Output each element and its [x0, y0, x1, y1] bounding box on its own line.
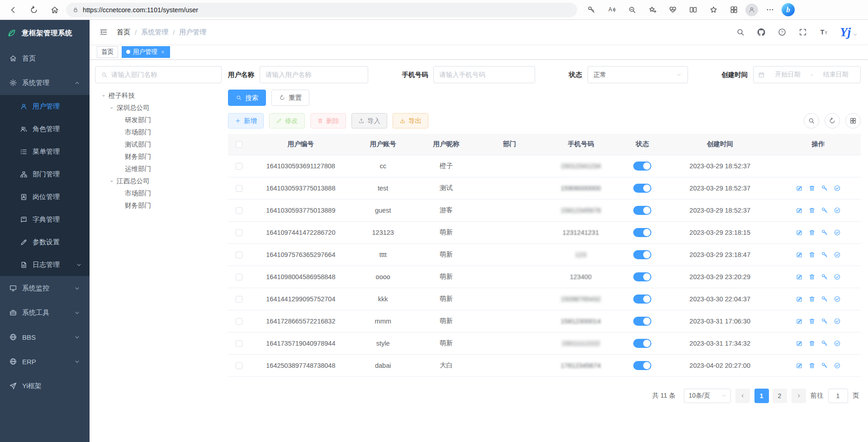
breadcrumb-item[interactable]: 首页: [117, 28, 130, 37]
date-range-picker[interactable]: 开始日期 - 结束日期: [753, 66, 861, 83]
copilot-button[interactable]: b: [782, 3, 795, 16]
row-delete-button[interactable]: [808, 229, 816, 236]
row-assign-role-button[interactable]: [834, 273, 841, 280]
user-menu[interactable]: Yj: [840, 27, 858, 38]
sidebar-item-tools[interactable]: 系统工具: [0, 300, 90, 325]
breadcrumb-item[interactable]: 系统管理: [141, 28, 168, 37]
next-page-button[interactable]: [792, 389, 806, 403]
row-edit-button[interactable]: [796, 229, 803, 236]
fullscreen-button[interactable]: [798, 28, 807, 37]
row-reset-password-button[interactable]: [821, 251, 828, 258]
tree-node[interactable]: 橙子科技: [95, 90, 222, 102]
row-edit-button[interactable]: [796, 318, 803, 325]
row-checkbox[interactable]: [236, 340, 242, 347]
row-delete-button[interactable]: [808, 273, 816, 280]
tag-users[interactable]: 用户管理: [122, 46, 170, 58]
row-reset-password-button[interactable]: [821, 340, 828, 347]
row-reset-password-button[interactable]: [821, 207, 828, 214]
row-checkbox[interactable]: [236, 318, 242, 325]
import-button[interactable]: 导入: [351, 113, 387, 128]
tree-node[interactable]: 市场部门: [95, 187, 222, 200]
tree-node[interactable]: 财务部门: [95, 151, 222, 163]
row-edit-button[interactable]: [796, 362, 803, 369]
row-checkbox[interactable]: [236, 274, 242, 280]
sidebar-item-depts[interactable]: 部门管理: [0, 163, 90, 185]
header-search-button[interactable]: [736, 28, 745, 37]
passwords-button[interactable]: [583, 2, 600, 18]
status-toggle[interactable]: [633, 228, 651, 237]
row-edit-button[interactable]: [796, 251, 803, 258]
goto-page-input[interactable]: [828, 389, 848, 403]
toggle-search-button[interactable]: [804, 113, 819, 128]
row-assign-role-button[interactable]: [834, 362, 841, 369]
add-button[interactable]: 新增: [228, 113, 264, 128]
row-delete-button[interactable]: [808, 185, 816, 192]
sidebar-item-system[interactable]: 系统管理: [0, 71, 90, 95]
refresh-button[interactable]: [25, 2, 43, 18]
status-toggle[interactable]: [633, 317, 651, 326]
column-settings-button[interactable]: [845, 113, 861, 128]
tree-node[interactable]: 江西总公司: [95, 175, 222, 187]
row-reset-password-button[interactable]: [821, 362, 828, 369]
row-assign-role-button[interactable]: [834, 185, 841, 192]
row-delete-button[interactable]: [808, 251, 816, 258]
zoom-button[interactable]: [623, 2, 640, 18]
row-assign-role-button[interactable]: [834, 318, 841, 325]
delete-button[interactable]: 删除: [310, 113, 346, 128]
row-reset-password-button[interactable]: [821, 273, 828, 280]
search-button[interactable]: 搜索: [228, 90, 266, 106]
github-button[interactable]: [757, 28, 766, 37]
tag-home[interactable]: 首页: [97, 46, 118, 58]
status-toggle[interactable]: [633, 162, 651, 171]
sidebar-item-users[interactable]: 用户管理: [0, 95, 90, 118]
home-button[interactable]: [46, 2, 63, 18]
page-button-1[interactable]: 1: [754, 389, 769, 403]
status-select[interactable]: 正常: [588, 66, 688, 83]
select-all-checkbox[interactable]: [236, 141, 242, 148]
row-reset-password-button[interactable]: [821, 295, 828, 303]
refresh-table-button[interactable]: [825, 113, 840, 128]
sidebar-item-bbs[interactable]: BBS: [0, 325, 90, 349]
split-screen-button[interactable]: [684, 2, 702, 18]
tree-node[interactable]: 深圳总公司: [95, 102, 222, 114]
tree-node[interactable]: 测试部门: [95, 138, 222, 151]
status-toggle[interactable]: [633, 339, 651, 348]
arrow-left-button[interactable]: [5, 2, 22, 18]
row-assign-role-button[interactable]: [834, 340, 841, 347]
row-assign-role-button[interactable]: [834, 295, 841, 303]
row-checkbox[interactable]: [236, 163, 242, 170]
row-edit-button[interactable]: [796, 185, 803, 192]
sidebar-item-monitor[interactable]: 系统监控: [0, 276, 90, 300]
row-reset-password-button[interactable]: [821, 318, 828, 325]
page-button-2[interactable]: 2: [773, 389, 787, 403]
row-checkbox[interactable]: [236, 185, 242, 192]
help-button[interactable]: ?: [778, 28, 787, 37]
row-delete-button[interactable]: [808, 340, 816, 347]
sidebar-item-dicts[interactable]: 字典管理: [0, 208, 90, 231]
row-assign-role-button[interactable]: [834, 251, 841, 258]
read-aloud-button[interactable]: A: [603, 2, 620, 18]
prev-page-button[interactable]: [735, 389, 750, 403]
sidebar-item-params[interactable]: 参数设置: [0, 231, 90, 253]
row-edit-button[interactable]: [796, 207, 803, 214]
page-size-select[interactable]: 10条/页: [684, 389, 731, 403]
row-edit-button[interactable]: [796, 295, 803, 303]
tree-node[interactable]: 财务部门: [95, 200, 222, 212]
tree-node[interactable]: 市场部门: [95, 126, 222, 138]
breadcrumb-item[interactable]: 用户管理: [179, 28, 206, 37]
sidebar-item-erp[interactable]: ERP: [0, 349, 90, 374]
reset-button[interactable]: 重置: [271, 90, 309, 106]
row-checkbox[interactable]: [236, 296, 242, 303]
tag-close-button[interactable]: [160, 49, 166, 55]
dept-search-input[interactable]: [111, 71, 216, 78]
username-input[interactable]: [260, 66, 368, 83]
sidebar-item-posts[interactable]: 岗位管理: [0, 185, 90, 208]
row-delete-button[interactable]: [808, 295, 816, 303]
row-reset-password-button[interactable]: [821, 185, 828, 192]
row-checkbox[interactable]: [236, 229, 242, 236]
row-assign-role-button[interactable]: [834, 229, 841, 236]
status-toggle[interactable]: [633, 206, 651, 215]
settings-menu-button[interactable]: [761, 2, 778, 18]
status-toggle[interactable]: [633, 184, 651, 193]
profile-avatar[interactable]: [745, 4, 758, 16]
